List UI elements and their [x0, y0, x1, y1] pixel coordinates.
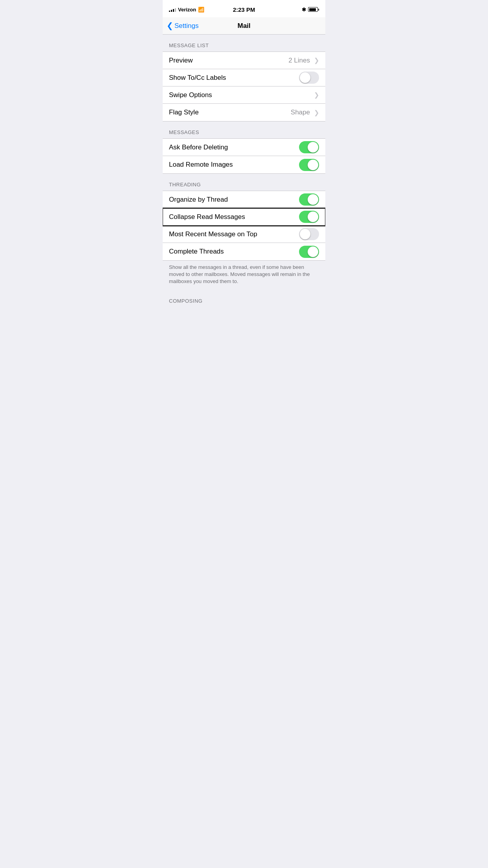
toggle-thumb-organize-by-thread: [308, 194, 318, 205]
toggle-complete-threads[interactable]: [299, 246, 319, 258]
status-time: 2:23 PM: [233, 6, 255, 13]
settings-row-ask-before-deleting[interactable]: Ask Before Deleting: [163, 139, 325, 156]
status-left: Verizon 📶: [169, 7, 204, 13]
section-header-composing: COMPOSING: [163, 290, 325, 307]
settings-row-complete-threads[interactable]: Complete Threads: [163, 243, 325, 260]
settings-content: MESSAGE LIST Preview 2 Lines ❯ Show To/C…: [163, 35, 325, 307]
back-chevron-icon: ❮: [167, 22, 173, 29]
row-label-swipe-options: Swipe Options: [169, 91, 312, 99]
toggle-thumb-collapse-read-messages: [308, 211, 318, 222]
row-value-preview: 2 Lines ❯: [288, 57, 319, 64]
settings-row-preview[interactable]: Preview 2 Lines ❯: [163, 52, 325, 69]
row-label-complete-threads: Complete Threads: [169, 248, 299, 256]
chevron-right-icon: ❯: [314, 91, 319, 99]
settings-row-organize-by-thread[interactable]: Organize by Thread: [163, 191, 325, 208]
chevron-right-icon: ❯: [314, 57, 319, 64]
row-label-show-tocc: Show To/Cc Labels: [169, 74, 299, 82]
settings-row-flag-style[interactable]: Flag Style Shape ❯: [163, 104, 325, 121]
row-label-preview: Preview: [169, 57, 288, 64]
battery-icon: [308, 7, 319, 12]
settings-row-swipe-options[interactable]: Swipe Options ❯: [163, 86, 325, 104]
row-label-organize-by-thread: Organize by Thread: [169, 196, 299, 204]
preview-value: 2 Lines: [288, 57, 310, 64]
settings-row-most-recent-on-top[interactable]: Most Recent Message on Top: [163, 226, 325, 243]
settings-group-messages: Ask Before Deleting Load Remote Images: [163, 138, 325, 174]
status-bar: Verizon 📶 2:23 PM ✱: [163, 0, 325, 17]
toggle-collapse-read-messages[interactable]: [299, 211, 319, 223]
toggle-thumb-most-recent-on-top: [300, 229, 310, 239]
settings-row-show-tocc[interactable]: Show To/Cc Labels: [163, 69, 325, 86]
threading-footer: Show all the messages in a thread, even …: [163, 261, 325, 290]
toggle-thumb-complete-threads: [308, 246, 318, 257]
flag-style-value: Shape: [291, 108, 310, 116]
row-value-flag-style: Shape ❯: [291, 108, 319, 116]
bluetooth-icon: ✱: [302, 7, 306, 13]
row-label-load-remote-images: Load Remote Images: [169, 161, 299, 169]
row-label-ask-before-deleting: Ask Before Deleting: [169, 143, 299, 151]
row-label-collapse-read-messages: Collapse Read Messages: [169, 213, 299, 221]
nav-bar: ❮ Settings Mail: [163, 17, 325, 35]
chevron-right-icon: ❯: [314, 109, 319, 116]
row-label-most-recent-on-top: Most Recent Message on Top: [169, 230, 299, 238]
section-header-threading: THREADING: [163, 174, 325, 191]
carrier-label: Verizon: [178, 7, 196, 13]
settings-group-message-list: Preview 2 Lines ❯ Show To/Cc Labels Swip…: [163, 51, 325, 121]
toggle-ask-before-deleting[interactable]: [299, 141, 319, 153]
section-header-message-list: MESSAGE LIST: [163, 35, 325, 51]
toggle-show-tocc[interactable]: [299, 72, 319, 84]
settings-row-load-remote-images[interactable]: Load Remote Images: [163, 156, 325, 173]
toggle-thumb-show-tocc: [300, 72, 310, 83]
page-title: Mail: [237, 22, 250, 30]
toggle-thumb-ask-before-deleting: [308, 142, 318, 153]
settings-group-threading: Organize by Thread Collapse Read Message…: [163, 191, 325, 261]
back-label: Settings: [174, 22, 198, 30]
settings-row-collapse-read-messages[interactable]: Collapse Read Messages: [163, 208, 325, 226]
toggle-thumb-load-remote-images: [308, 160, 318, 170]
status-right: ✱: [302, 7, 319, 13]
signal-bars-icon: [169, 7, 176, 12]
row-value-swipe-options: ❯: [312, 91, 319, 99]
section-header-messages: MESSAGES: [163, 121, 325, 138]
toggle-most-recent-on-top[interactable]: [299, 228, 319, 240]
back-button[interactable]: ❮ Settings: [167, 22, 198, 30]
toggle-organize-by-thread[interactable]: [299, 193, 319, 206]
wifi-icon: 📶: [198, 7, 204, 13]
row-label-flag-style: Flag Style: [169, 108, 291, 116]
toggle-load-remote-images[interactable]: [299, 159, 319, 171]
